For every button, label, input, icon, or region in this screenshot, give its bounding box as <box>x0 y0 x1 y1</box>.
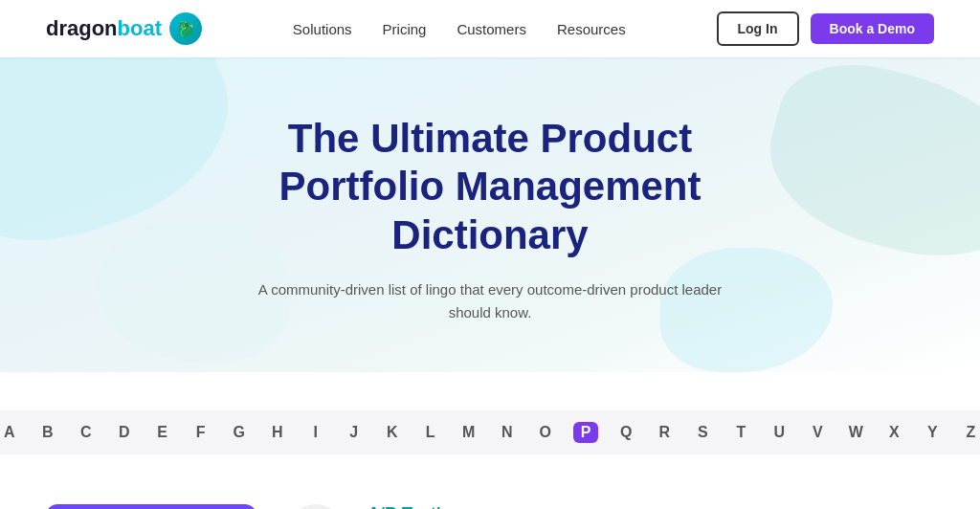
alpha-D[interactable]: D <box>114 422 135 443</box>
hero-subtitle: A community-driven list of lingo that ev… <box>251 278 729 324</box>
logo[interactable]: dragonboat 🐉 <box>46 12 202 45</box>
alpha-U[interactable]: U <box>768 422 790 443</box>
alpha-M[interactable]: M <box>458 422 479 443</box>
alpha-E[interactable]: E <box>152 422 173 443</box>
alpha-B[interactable]: B <box>37 422 58 443</box>
alpha-H[interactable]: H <box>267 422 288 443</box>
site-header: dragonboat 🐉 Solutions Pricing Customers… <box>0 0 980 57</box>
hero-section: The Ultimate Product Portfolio Managemen… <box>0 57 980 372</box>
content-section: Is something missing? Collaborate with u… <box>0 474 980 509</box>
nav-solutions[interactable]: Solutions <box>293 21 352 37</box>
alpha-O[interactable]: O <box>535 422 556 443</box>
nav-pricing[interactable]: Pricing <box>383 21 427 37</box>
alphabet-nav: A B C D E F G H I J K L M N O P Q R S T … <box>0 372 980 474</box>
alpha-G[interactable]: G <box>229 422 250 443</box>
alpha-I[interactable]: I <box>305 422 326 443</box>
alpha-L[interactable]: L <box>420 422 441 443</box>
alpha-Q[interactable]: Q <box>615 422 636 443</box>
hero-title: The Ultimate Product Portfolio Managemen… <box>203 115 777 259</box>
login-button[interactable]: Log In <box>717 11 799 46</box>
alpha-X[interactable]: X <box>883 422 904 443</box>
alpha-T[interactable]: T <box>730 422 751 443</box>
book-demo-button[interactable]: Book a Demo <box>811 13 934 44</box>
alpha-F[interactable]: F <box>190 422 212 443</box>
entry-letter-badge: A <box>287 504 345 509</box>
header-buttons: Log In Book a Demo <box>717 11 934 46</box>
main-nav: Solutions Pricing Customers Resources <box>293 21 626 37</box>
logo-icon: 🐉 <box>169 12 202 45</box>
alpha-A[interactable]: A <box>0 422 20 443</box>
alpha-P[interactable]: P <box>573 422 599 443</box>
hero-content: The Ultimate Product Portfolio Managemen… <box>46 115 934 324</box>
nav-customers[interactable]: Customers <box>457 21 526 37</box>
logo-text: dragonboat <box>46 16 162 41</box>
nav-resources[interactable]: Resources <box>557 21 626 37</box>
entry-term: A/B Testing <box>368 504 934 509</box>
alpha-Y[interactable]: Y <box>922 422 943 443</box>
sidebar-missing-card: Is something missing? Collaborate with u… <box>46 504 256 509</box>
alpha-J[interactable]: J <box>344 422 365 443</box>
alpha-C[interactable]: C <box>76 422 97 443</box>
alpha-S[interactable]: S <box>692 422 713 443</box>
alphabet-bar: A B C D E F G H I J K L M N O P Q R S T … <box>0 410 980 454</box>
alpha-R[interactable]: R <box>654 422 675 443</box>
alpha-N[interactable]: N <box>497 422 518 443</box>
alpha-V[interactable]: V <box>807 422 828 443</box>
alpha-Z[interactable]: Z <box>960 422 980 443</box>
entry-content: A/B Testing A/B testing or split testing… <box>368 504 934 509</box>
alpha-K[interactable]: K <box>382 422 403 443</box>
dictionary-entry: A A/B Testing A/B testing or split testi… <box>287 504 934 509</box>
alpha-W[interactable]: W <box>845 422 866 443</box>
